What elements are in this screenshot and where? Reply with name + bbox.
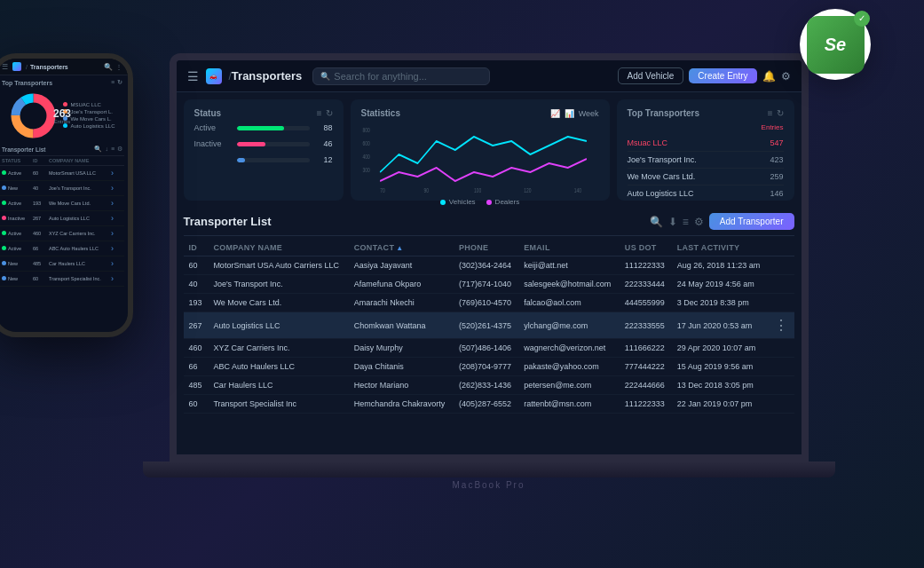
row-actions[interactable] <box>769 339 794 358</box>
phone-menu-icon[interactable]: ⋮ <box>115 63 122 71</box>
table-filter-icon[interactable]: ≡ <box>683 216 689 228</box>
phone-cell-action[interactable]: › <box>111 184 127 193</box>
donut-chart <box>9 91 58 140</box>
phone-cell-action[interactable]: › <box>111 199 127 208</box>
status-refresh-icon[interactable]: ↻ <box>326 108 333 118</box>
nav-logo: 🚗 <box>206 68 222 84</box>
row-actions[interactable] <box>769 395 794 414</box>
row-actions[interactable] <box>769 275 794 294</box>
col-id: ID <box>184 240 209 256</box>
cell-contact: Afamefuna Okparo <box>349 275 454 294</box>
phone-table-row[interactable]: Active 193 We Move Cars Ltd. › <box>0 196 124 211</box>
phone-cell-action[interactable]: › <box>111 259 127 268</box>
cell-id: 60 <box>184 395 209 414</box>
table-header-row-el: ID Company Name Contact ▲ Phone Email US… <box>184 240 794 256</box>
row-actions[interactable]: ⋮ <box>769 312 794 339</box>
week-selector[interactable]: Week <box>579 109 599 118</box>
phone-table-download-icon[interactable]: ↓ <box>105 146 108 153</box>
legend-item-4: Auto Logistics LLC <box>63 123 115 129</box>
cell-activity: 22 Jan 2019 0:07 pm <box>672 395 769 414</box>
table-row[interactable]: 193 We Move Cars Ltd. Amarachi Nkechi (7… <box>184 294 794 312</box>
transporter-item[interactable]: We Move Cars Ltd. 259 <box>628 169 784 185</box>
row-actions[interactable] <box>769 358 794 376</box>
cell-usdot: 222444666 <box>620 376 672 395</box>
phone-table-row[interactable]: Inactive 267 Auto Logistics LLC › <box>0 211 124 226</box>
phone-cell-action[interactable]: › <box>111 244 127 253</box>
table-scroll[interactable]: ID Company Name Contact ▲ Phone Email US… <box>184 240 794 447</box>
svg-text:140: 140 <box>573 187 581 193</box>
cell-contact: Amarachi Nkechi <box>349 294 454 312</box>
create-entry-button[interactable]: Create Entry <box>689 68 756 83</box>
phone-table-actions: 🔍 ↓ ≡ ⚙ <box>94 146 122 153</box>
table-settings-icon[interactable]: ⚙ <box>694 216 704 228</box>
table-header-row: Transporter List 🔍 ⬇ ≡ ⚙ Add Transporter <box>184 208 794 236</box>
phone-table-row[interactable]: New 485 Car Haulers LLC › <box>0 256 124 272</box>
hamburger-icon[interactable]: ☰ <box>187 69 199 83</box>
row-actions[interactable] <box>769 376 794 395</box>
table-row[interactable]: 60 Transport Specialist Inc Hemchandra C… <box>184 395 794 414</box>
phone-table-row[interactable]: Active 460 XYZ Car Carriers Inc. › <box>0 226 124 241</box>
cell-company: XYZ Car Carriers Inc. <box>208 339 348 358</box>
status-item: 12 <box>194 155 333 164</box>
table-row[interactable]: 60 MotorSmart USA Auto Carriers LLC Aasi… <box>184 256 794 275</box>
phone-section-title: Top Transporters ≡ ↻ <box>0 75 128 88</box>
phone-cell-action[interactable]: › <box>111 214 127 223</box>
cell-phone: (405)287-6552 <box>454 395 518 414</box>
app-container: ☰ 🚗 / Transporters 🔍 Search for anything… <box>177 60 802 454</box>
transporter-item[interactable]: Joe's Transport Inc. 423 <box>628 152 784 169</box>
statistics-controls: 📈 📊 Week <box>550 109 599 118</box>
table-row[interactable]: 40 Joe's Transport Inc. Afamefuna Okparo… <box>184 275 794 294</box>
col-company: Company Name <box>208 240 348 256</box>
phone-table-search-icon[interactable]: 🔍 <box>94 146 102 153</box>
transporter-item[interactable]: Auto Logistics LLC 146 <box>628 185 784 201</box>
top-refresh-icon[interactable]: ↻ <box>777 108 784 118</box>
add-transporter-button[interactable]: Add Transporter <box>709 213 794 230</box>
phone-col-company: Company Name <box>49 158 111 163</box>
phone-table-title: Transporter List <box>2 146 45 153</box>
phone-table-row[interactable]: Active 66 ABC Auto Haulers LLC › <box>0 241 124 256</box>
phone-table-body: Active 60 MotorSmart USA LLC › New 40 Jo… <box>0 166 124 287</box>
add-vehicle-button[interactable]: Add Vehicle <box>618 67 684 84</box>
phone-table-row[interactable]: New 60 Transport Specialist Inc. › <box>0 272 124 287</box>
phone-refresh-icon[interactable]: ↻ <box>117 79 122 86</box>
row-menu-icon[interactable]: ⋮ <box>774 318 788 333</box>
settings-icon[interactable]: ⚙ <box>781 70 791 83</box>
search-bar[interactable]: 🔍 Search for anything... <box>312 67 490 85</box>
phone-cell-action[interactable]: › <box>111 169 127 178</box>
table-row[interactable]: 66 ABC Auto Haulers LLC Daya Chitanis (2… <box>184 358 794 376</box>
phone-cell-action[interactable]: › <box>111 274 127 283</box>
transporter-name: Msuac LLC <box>628 138 668 147</box>
row-actions[interactable] <box>769 294 794 312</box>
line-chart-icon[interactable]: 📈 <box>550 109 560 118</box>
phone-cell-company: Joe's Transport Inc. <box>49 185 111 191</box>
table-download-icon[interactable]: ⬇ <box>668 216 677 228</box>
cell-company: Auto Logistics LLC <box>208 312 348 339</box>
transporter-item[interactable]: Msuac LLC 547 <box>628 135 784 152</box>
chart-area: 800 600 400 300 70 90 100 <box>361 123 599 194</box>
phone-logo-icon <box>12 62 21 71</box>
cell-activity: 29 Apr 2020 10:07 am <box>672 339 769 358</box>
top-filter-icon[interactable]: ≡ <box>768 108 773 118</box>
phone-table-row[interactable]: Active 60 MotorSmart USA LLC › <box>0 166 124 181</box>
cell-id: 66 <box>184 358 209 376</box>
row-actions[interactable] <box>769 256 794 275</box>
status-label: Inactive <box>194 139 232 148</box>
phone-cell-action[interactable]: › <box>111 229 127 238</box>
phone-table-filter-icon[interactable]: ≡ <box>111 146 115 153</box>
legend-item-1: MSUAC LLC <box>63 102 115 107</box>
phone-search-icon[interactable]: 🔍 <box>104 63 113 71</box>
phone-filter-icon[interactable]: ≡ <box>111 79 115 86</box>
phone-table-settings-icon[interactable]: ⚙ <box>117 146 122 153</box>
table-row[interactable]: 460 XYZ Car Carriers Inc. Daisy Murphy (… <box>184 339 794 358</box>
table-row[interactable]: 485 Car Haulers LLC Hector Mariano (262)… <box>184 376 794 395</box>
notification-icon[interactable]: 🔔 <box>762 70 776 83</box>
phone-table-header: Status ID Company Name <box>0 156 124 166</box>
phone-table-row[interactable]: New 40 Joe's Transport Inc. › <box>0 181 124 196</box>
phone-title: Transporters <box>30 64 68 70</box>
status-filter-icon[interactable]: ≡ <box>317 108 322 118</box>
bar-chart-icon[interactable]: 📊 <box>565 109 574 118</box>
table-row[interactable]: 267 Auto Logistics LLC Chomkwan Wattana … <box>184 312 794 339</box>
svg-text:300: 300 <box>362 167 370 173</box>
table-search-icon[interactable]: 🔍 <box>650 216 663 228</box>
status-item: Inactive 46 <box>194 139 333 148</box>
